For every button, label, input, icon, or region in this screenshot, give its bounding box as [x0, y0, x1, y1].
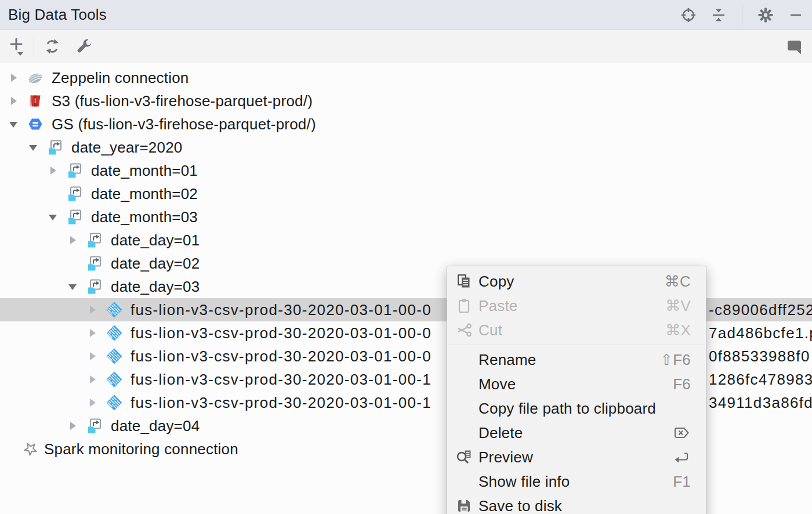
menu-item-shortcut: ⌘C [665, 273, 691, 291]
menu-item-copy-file-path[interactable]: Copy file path to clipboard [447, 396, 706, 421]
preview-icon [454, 448, 474, 466]
tree-row-label: date_day=03 [111, 278, 200, 296]
tree-row-label: fus-lion-v3-csv-prod-30-2020-03-01-00-1 [130, 371, 432, 389]
feedback-bubble-icon[interactable] [785, 38, 803, 55]
tree-row-date-year-2020[interactable]: date_year=2020 [0, 136, 812, 159]
refresh-icon[interactable] [44, 38, 61, 55]
gcs-bucket-icon [27, 115, 44, 133]
menu-item-delete[interactable]: Delete [447, 421, 706, 445]
tree-row-date-month-02[interactable]: date_month=02 [0, 182, 812, 205]
tree-row-date-day-01[interactable]: date_day=01 [0, 229, 812, 252]
chevron-right-icon[interactable] [84, 396, 101, 410]
parquet-file-icon [106, 301, 123, 318]
panel-title: Big Data Tools [8, 6, 107, 24]
tree-row-label: date_month=02 [91, 185, 198, 203]
menu-item-label: Show file info [478, 473, 570, 491]
delete-forward-icon [672, 424, 691, 441]
spark-star-icon [22, 440, 39, 458]
menu-item-label: Paste [478, 297, 518, 315]
menu-item-rename[interactable]: Rename⇧F6 [447, 348, 706, 372]
add-connection-icon[interactable] [9, 37, 27, 56]
tree-row-label: Spark monitoring connection [44, 440, 238, 458]
locate-icon[interactable] [680, 7, 697, 23]
tree-row-label: fus-lion-v3-csv-prod-30-2020-03-01-00-0 [130, 301, 432, 319]
tree-row-date-month-01[interactable]: date_month=01 [0, 159, 812, 182]
menu-item-label: Cut [478, 321, 502, 339]
header-actions [680, 5, 804, 25]
tree-row-label: date_month=01 [91, 162, 198, 180]
menu-item-shortcut: F1 [673, 473, 691, 491]
menu-item-label: Move [478, 375, 516, 393]
save-icon [454, 497, 474, 514]
chevron-right-icon[interactable] [84, 372, 101, 386]
return-icon [672, 448, 691, 466]
tree-row-date-month-03[interactable]: date_month=03 [0, 205, 812, 229]
chevron-down-icon[interactable] [64, 280, 81, 294]
chevron-down-icon[interactable] [5, 117, 22, 131]
menu-item-save-to-disk[interactable]: Save to disk [447, 494, 706, 514]
tree-row-s3-bucket[interactable]: S3 (fus-lion-v3-firehose-parquet-prod/) [0, 89, 812, 113]
partition-folder-icon [86, 255, 103, 272]
panel-toolbar [0, 30, 812, 63]
partition-folder-icon [66, 208, 84, 226]
chevron-right-icon[interactable] [84, 349, 101, 363]
partition-folder-icon [86, 278, 103, 295]
collapse-all-icon[interactable] [710, 7, 727, 23]
header-separator [742, 5, 742, 25]
menu-item-label: Copy [478, 273, 514, 291]
chevron-right-icon[interactable] [64, 233, 81, 247]
menu-item-label: Preview [478, 448, 533, 466]
chevron-right-icon[interactable] [84, 303, 101, 317]
partition-folder-icon [86, 417, 103, 435]
menu-separator [448, 345, 705, 345]
tree-row-label: date_day=02 [111, 255, 200, 273]
menu-item-preview[interactable]: Preview [447, 445, 706, 469]
tree-row-label: S3 (fus-lion-v3-firehose-parquet-prod/) [52, 92, 313, 110]
menu-item-shortcut: ⇧F6 [660, 351, 691, 369]
menu-item-paste[interactable]: Paste⌘V [447, 294, 706, 318]
context-menu: Copy⌘CPaste⌘VCut⌘XRename⇧F6MoveF6Copy fi… [447, 266, 706, 514]
tree-row-label-tail: 0f88533988f0 [709, 345, 810, 368]
partition-folder-icon [46, 139, 64, 156]
parquet-file-icon [106, 324, 123, 342]
tree-row-label: date_year=2020 [71, 139, 182, 157]
tree-row-label: date_day=01 [111, 231, 200, 249]
menu-item-label: Save to disk [478, 497, 562, 514]
chevron-right-icon[interactable] [64, 419, 81, 433]
chevron-right-icon[interactable] [5, 71, 22, 85]
tree-row-label: date_day=04 [111, 417, 200, 435]
copy-icon [454, 273, 474, 290]
toolbar-separator [34, 37, 34, 56]
chevron-right-icon[interactable] [84, 326, 101, 340]
tree-row-label: fus-lion-v3-csv-prod-30-2020-03-01-00-0 [130, 348, 432, 365]
chevron-down-icon[interactable] [44, 210, 61, 224]
chevron-right-icon[interactable] [44, 164, 61, 178]
tree-row-label-tail: 1286fc478983 [709, 368, 812, 391]
menu-item-shortcut: ⌘V [665, 297, 691, 315]
tree-row-label: date_month=03 [91, 208, 198, 226]
wrench-icon[interactable] [76, 38, 93, 55]
s3-bucket-icon [27, 92, 44, 110]
menu-item-shortcut: F6 [673, 375, 691, 393]
menu-item-label: Rename [478, 351, 536, 369]
chevron-down-icon[interactable] [24, 140, 42, 154]
menu-item-move[interactable]: MoveF6 [447, 372, 706, 396]
cut-icon [454, 321, 474, 339]
tree-row-label: fus-lion-v3-csv-prod-30-2020-03-01-00-1 [130, 394, 432, 412]
partition-folder-icon [66, 185, 84, 202]
settings-gear-icon[interactable] [757, 7, 774, 23]
tree-row-label: GS (fus-lion-v3-firehose-parquet-prod/) [52, 115, 316, 133]
tree-row-label: fus-lion-v3-csv-prod-30-2020-03-01-00-0 [130, 324, 432, 342]
menu-item-copy[interactable]: Copy⌘C [447, 269, 706, 294]
tree-row-label-tail: -c89006dff252 [709, 298, 812, 321]
parquet-file-icon [106, 394, 123, 411]
menu-item-label: Copy file path to clipboard [478, 400, 656, 418]
chevron-right-icon[interactable] [5, 94, 22, 108]
menu-item-cut[interactable]: Cut⌘X [447, 318, 706, 342]
menu-item-show-file-info[interactable]: Show file infoF1 [447, 469, 706, 494]
tree-row-zeppelin-connection[interactable]: Zeppelin connection [0, 66, 812, 89]
partition-folder-icon [86, 231, 103, 249]
tree-row-gs-bucket[interactable]: GS (fus-lion-v3-firehose-parquet-prod/) [0, 113, 812, 136]
hide-icon[interactable] [788, 7, 804, 23]
parquet-file-icon [106, 348, 123, 365]
